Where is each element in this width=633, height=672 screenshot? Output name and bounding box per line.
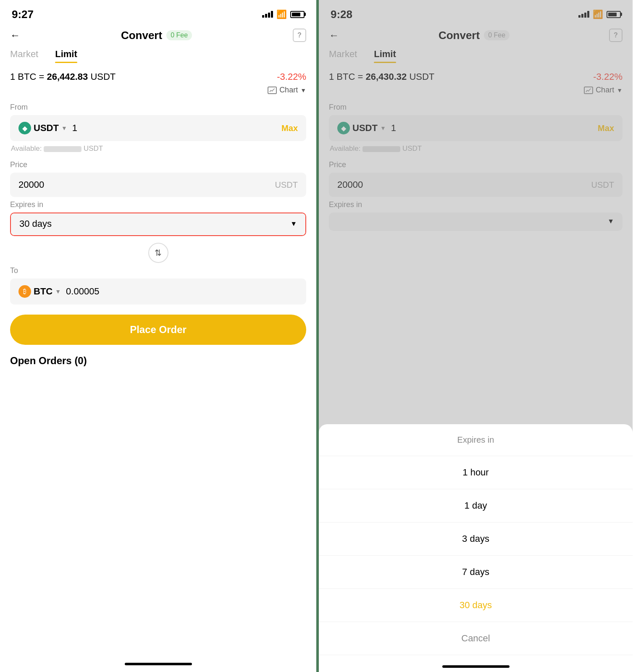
sheet-option-7days[interactable]: 7 days: [319, 556, 633, 589]
available-row-right: Available: USDT: [329, 144, 622, 153]
expires-chevron-left: ▼: [290, 220, 297, 228]
rate-row-left: 1 BTC = 26,442.83 USDT -3.22%: [0, 71, 316, 86]
from-currency-name-left: USDT: [34, 123, 59, 134]
to-label-left: To: [10, 266, 306, 275]
fee-badge-left: 0 Fee: [166, 30, 192, 40]
chevron-down-icon-left: ▼: [300, 87, 306, 94]
available-balance-left: [44, 146, 81, 152]
tab-limit-left[interactable]: Limit: [55, 49, 77, 63]
expires-chevron-right: ▼: [607, 218, 614, 225]
price-field-left: USDT: [10, 173, 306, 197]
expires-value-left: 30 days: [19, 218, 290, 229]
to-currency-chevron-left: ▼: [55, 288, 61, 295]
chart-icon-right: [584, 87, 593, 94]
battery-icon-left: [290, 11, 305, 18]
available-currency-left: USDT: [84, 144, 103, 152]
available-currency-right: USDT: [402, 144, 422, 152]
rate-row-right: 1 BTC = 26,430.32 USDT -3.22%: [319, 71, 633, 86]
sheet-option-1day[interactable]: 1 day: [319, 489, 633, 522]
max-button-left[interactable]: Max: [281, 123, 298, 133]
wifi-icon-left: 📶: [276, 9, 287, 19]
sheet-option-3days[interactable]: 3 days: [319, 522, 633, 556]
available-balance-right: [362, 146, 400, 152]
expires-wrapper-right: ▼: [329, 213, 622, 231]
expires-select-row-right[interactable]: ▼: [329, 213, 622, 231]
expires-select-row-left[interactable]: 30 days ▼: [11, 213, 305, 235]
available-label-right: Available:: [330, 144, 362, 152]
from-currency-chevron-left: ▼: [61, 125, 67, 131]
time-left: 9:27: [12, 8, 34, 21]
from-input-row-left: ◆ USDT ▼ Max: [10, 115, 306, 141]
battery-icon-right: [607, 11, 621, 18]
to-currency-name-left: BTC: [34, 286, 53, 297]
sheet-option-30days[interactable]: 30 days: [319, 589, 633, 622]
place-order-button-left[interactable]: Place Order: [10, 315, 306, 345]
back-button-left[interactable]: ←: [10, 29, 20, 41]
price-field-right: USDT: [329, 173, 622, 197]
rate-change-left: -3.22%: [277, 71, 306, 82]
usdt-logo-right: ◆: [337, 122, 350, 134]
available-label-left: Available:: [11, 144, 44, 152]
header-center-right: Convert 0 Fee: [439, 29, 510, 42]
btc-logo-left: ₿: [18, 285, 31, 298]
tab-limit-right[interactable]: Limit: [374, 49, 396, 63]
status-bar-right: 9:28 📶: [319, 0, 633, 25]
to-currency-selector-left[interactable]: ₿ BTC ▼: [18, 285, 61, 298]
home-indicator-left: [125, 663, 192, 665]
form-left: From ◆ USDT ▼ Max Available: USDT Price …: [0, 103, 316, 239]
header-right: ← Convert 0 Fee ?: [319, 25, 633, 49]
to-input-row-left: ₿ BTC ▼: [10, 278, 306, 304]
from-label-right: From: [329, 103, 622, 112]
help-icon-right[interactable]: ?: [609, 29, 622, 42]
header-center-left: Convert 0 Fee: [121, 29, 192, 42]
price-currency-right: USDT: [591, 180, 614, 190]
signal-icon-left: [262, 11, 273, 18]
from-currency-selector-left[interactable]: ◆ USDT ▼: [18, 122, 67, 134]
header-left: ← Convert 0 Fee ?: [0, 25, 316, 49]
open-orders-left: Open Orders (0): [0, 345, 316, 367]
from-currency-name-right: USDT: [352, 123, 378, 134]
price-input-right[interactable]: [337, 179, 591, 190]
usdt-logo-left: ◆: [18, 122, 31, 134]
fee-badge-right: 0 Fee: [484, 30, 510, 40]
from-value-input-right[interactable]: [391, 123, 593, 134]
swap-button-left[interactable]: ⇅: [148, 243, 168, 263]
available-row-left: Available: USDT: [10, 144, 306, 153]
rate-text-left: 1 BTC = 26,442.83 USDT: [10, 71, 116, 82]
from-currency-selector-right[interactable]: ◆ USDT ▼: [337, 122, 386, 134]
help-icon-left[interactable]: ?: [293, 29, 306, 42]
status-icons-left: 📶: [262, 9, 305, 19]
header-title-right: Convert: [439, 29, 480, 42]
expires-wrapper-left: 30 days ▼: [10, 213, 306, 236]
wifi-icon-right: 📶: [593, 9, 603, 19]
tab-market-right[interactable]: Market: [329, 49, 357, 63]
from-currency-chevron-right: ▼: [380, 125, 386, 131]
price-currency-left: USDT: [275, 180, 298, 190]
chart-icon-left: [268, 87, 277, 94]
chart-label-left: Chart: [279, 86, 298, 94]
from-value-input-left[interactable]: [72, 123, 276, 134]
left-phone-panel: 9:27 📶 ← Convert 0 Fee ? Market Limit: [0, 0, 316, 672]
expires-label-right: Expires in: [329, 200, 622, 209]
max-button-right[interactable]: Max: [598, 123, 614, 133]
to-section-left: To ₿ BTC ▼ Place Order: [0, 266, 316, 345]
tab-market-left[interactable]: Market: [10, 49, 38, 63]
to-value-input-left[interactable]: [66, 286, 298, 297]
status-bar-left: 9:27 📶: [0, 0, 316, 25]
sheet-cancel[interactable]: Cancel: [319, 622, 633, 655]
chart-toggle-right[interactable]: Chart ▼: [319, 86, 633, 103]
form-right: From ◆ USDT ▼ Max Available: USDT Price …: [319, 103, 633, 234]
chart-toggle-left[interactable]: Chart ▼: [0, 86, 316, 103]
tabs-right: Market Limit: [319, 49, 633, 63]
header-title-left: Convert: [121, 29, 162, 42]
right-phone-panel: 9:28 📶 ← Convert 0 Fee ? Market Limit: [316, 0, 633, 672]
price-label-left: Price: [10, 160, 306, 169]
chart-label-right: Chart: [596, 86, 614, 94]
from-label-left: From: [10, 103, 306, 112]
signal-icon-right: [578, 11, 589, 18]
back-button-right[interactable]: ←: [329, 29, 339, 41]
price-input-left[interactable]: [18, 179, 275, 190]
from-input-row-right: ◆ USDT ▼ Max: [329, 115, 622, 141]
rate-change-right: -3.22%: [593, 71, 622, 82]
sheet-option-1hour[interactable]: 1 hour: [319, 456, 633, 489]
